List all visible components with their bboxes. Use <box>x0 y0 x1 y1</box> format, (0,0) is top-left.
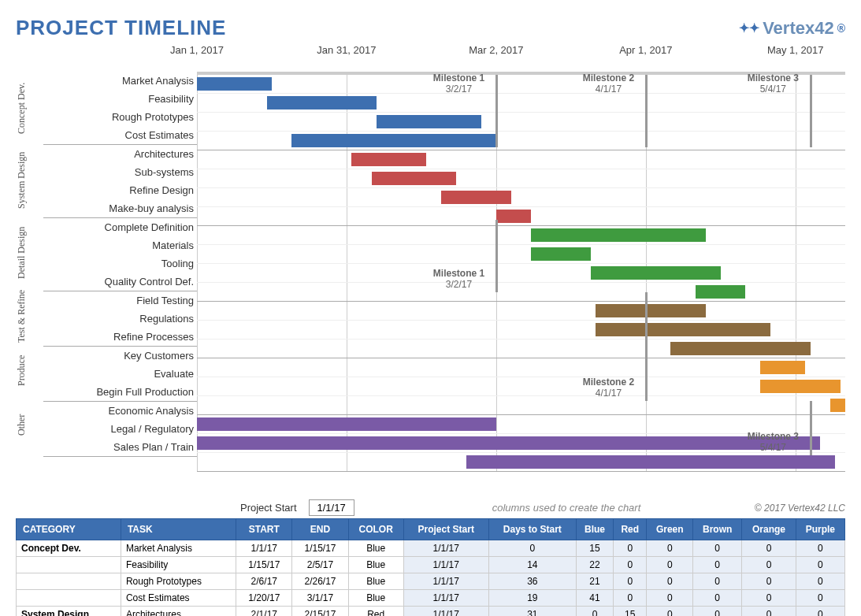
table-cell[interactable]: 31 <box>488 607 576 617</box>
task-label: Make-buy analysis <box>43 199 197 218</box>
table-row: Feasibility1/15/172/5/17Blue1/1/17142200… <box>17 557 845 573</box>
table-cell[interactable]: 1/15/17 <box>236 557 292 573</box>
table-cell[interactable]: 36 <box>488 573 576 590</box>
table-cell[interactable]: 0 <box>577 607 614 617</box>
task-label: Economic Analysis <box>43 402 197 420</box>
table-cell[interactable]: 0 <box>693 607 742 617</box>
table-cell[interactable]: Blue <box>348 573 403 590</box>
table-cell[interactable]: Market Analysis <box>121 540 236 557</box>
table-cell[interactable]: 1/15/17 <box>292 540 348 557</box>
table-cell[interactable]: 0 <box>796 590 844 607</box>
table-cell[interactable]: 2/6/17 <box>236 573 292 590</box>
table-header: Green <box>647 519 693 540</box>
table-cell[interactable]: 14 <box>488 557 576 573</box>
date-tick: Mar 2, 2017 <box>469 44 523 56</box>
table-cell[interactable]: Architectures <box>121 607 236 617</box>
table-cell[interactable]: 0 <box>647 573 693 590</box>
table-cell[interactable]: 0 <box>742 557 796 573</box>
table-cell[interactable]: 0 <box>647 540 693 557</box>
table-header: Red <box>613 519 646 540</box>
table-cell[interactable]: 15 <box>577 540 614 557</box>
table-cell[interactable]: 2/5/17 <box>292 557 348 573</box>
table-cell[interactable]: 3/1/17 <box>292 590 348 607</box>
gantt-row <box>197 207 845 226</box>
table-cell[interactable]: Blue <box>348 590 403 607</box>
table-cell[interactable]: 0 <box>647 607 693 617</box>
milestone-label: Milestone 13/2/17 <box>433 268 484 291</box>
table-cell[interactable]: 22 <box>577 557 614 573</box>
table-cell[interactable]: Feasibility <box>121 557 236 573</box>
task-label: Sales Plan / Train <box>43 438 197 457</box>
table-cell[interactable]: 1/1/17 <box>403 540 488 557</box>
table-cell[interactable]: Concept Dev. <box>17 540 121 557</box>
table-cell[interactable]: 0 <box>796 573 844 590</box>
gantt-bar <box>596 323 770 336</box>
table-cell[interactable]: Rough Prototypes <box>121 573 236 590</box>
task-label: Key Customers <box>43 347 197 365</box>
gantt-row <box>197 283 845 302</box>
tasks-table: CATEGORYTASKSTARTENDCOLORProject StartDa… <box>16 518 845 616</box>
gantt-row <box>197 188 845 207</box>
table-cell[interactable]: Red <box>348 607 403 617</box>
table-cell[interactable]: 0 <box>796 557 844 573</box>
category-label: Concept Dev. <box>16 72 35 144</box>
gantt-bar <box>696 285 745 299</box>
table-cell[interactable]: 41 <box>577 590 614 607</box>
table-cell[interactable]: 21 <box>577 573 614 590</box>
table-cell[interactable]: Blue <box>348 557 403 573</box>
table-cell[interactable]: 2/1/17 <box>236 607 292 617</box>
table-cell[interactable]: 15 <box>613 607 646 617</box>
table-header: COLOR <box>348 519 403 540</box>
table-cell[interactable]: 1/1/17 <box>403 557 488 573</box>
project-start-input[interactable]: 1/1/17 <box>309 499 354 516</box>
table-cell[interactable]: 0 <box>742 607 796 617</box>
table-header: Days to Start <box>488 519 576 540</box>
table-header: TASK <box>121 519 236 540</box>
table-cell[interactable]: Blue <box>348 540 403 557</box>
table-header: Project Start <box>403 519 488 540</box>
table-cell[interactable] <box>17 590 121 607</box>
table-cell[interactable]: 0 <box>742 573 796 590</box>
table-cell[interactable]: 1/1/17 <box>403 573 488 590</box>
table-cell[interactable]: Cost Estimates <box>121 590 236 607</box>
table-cell[interactable]: 0 <box>796 540 844 557</box>
table-cell[interactable]: 0 <box>742 590 796 607</box>
gantt-row <box>197 113 845 132</box>
gantt-bar <box>531 247 591 261</box>
category-label: Detail Design <box>16 217 35 289</box>
table-cell[interactable]: 2/26/17 <box>292 573 348 590</box>
table-cell[interactable] <box>17 573 121 590</box>
table-cell[interactable]: 0 <box>742 540 796 557</box>
table-cell[interactable]: 0 <box>693 540 742 557</box>
task-label: Evaluate <box>43 365 197 383</box>
table-cell[interactable]: 0 <box>796 607 844 617</box>
table-cell[interactable]: 1/1/17 <box>403 590 488 607</box>
task-label: Regulations <box>43 310 197 328</box>
table-cell[interactable]: 0 <box>693 557 742 573</box>
table-cell[interactable]: 1/1/17 <box>403 607 488 617</box>
table-header: Brown <box>693 519 742 540</box>
copyright-text: © 2017 Vertex42 LLC <box>755 503 845 514</box>
table-cell[interactable]: 2/15/17 <box>292 607 348 617</box>
table-cell[interactable]: 1/1/17 <box>236 540 292 557</box>
table-cell[interactable]: System Design <box>17 607 121 617</box>
task-label: Rough Prototypes <box>43 108 197 126</box>
gantt-bar <box>760 380 840 393</box>
table-cell[interactable]: 1/20/17 <box>236 590 292 607</box>
table-cell[interactable]: 0 <box>647 557 693 573</box>
task-label: Complete Definition <box>43 218 197 236</box>
table-cell[interactable]: 0 <box>613 540 646 557</box>
project-start-label: Project Start <box>240 502 297 514</box>
table-cell[interactable]: 0 <box>613 557 646 573</box>
category-label: System Design <box>16 144 35 217</box>
table-cell[interactable]: 0 <box>693 573 742 590</box>
table-cell[interactable]: 19 <box>488 590 576 607</box>
table-cell[interactable]: 0 <box>693 590 742 607</box>
task-label: Feasibility <box>43 90 197 108</box>
gantt-bar <box>670 342 810 355</box>
table-cell[interactable]: 0 <box>647 590 693 607</box>
table-cell[interactable] <box>17 557 121 573</box>
table-cell[interactable]: 0 <box>613 573 646 590</box>
table-cell[interactable]: 0 <box>613 590 646 607</box>
table-cell[interactable]: 0 <box>488 540 576 557</box>
